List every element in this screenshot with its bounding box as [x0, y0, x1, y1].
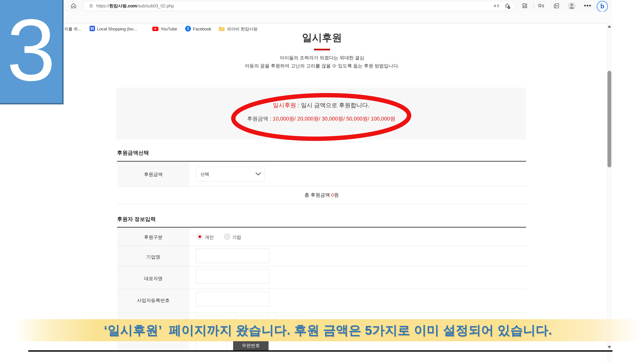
row-separator	[117, 266, 526, 266]
bookmark-item-facebook[interactable]: Facebook	[193, 24, 211, 33]
page-title: 일시후원	[274, 31, 370, 44]
collections-icon[interactable]	[553, 2, 560, 9]
slide-canvas: https://한캄사랑.com/sub/sub03_02.php A ••• …	[0, 0, 644, 362]
total-prefix: 총 후원금액	[304, 192, 331, 198]
url-text[interactable]: https://한캄사랑.com/sub/sub03_02.php	[96, 3, 174, 8]
amount-select[interactable]: 선택	[196, 167, 265, 181]
extensions-icon[interactable]	[522, 2, 528, 9]
postal-code-button[interactable]: 우편번호	[233, 341, 268, 350]
caption-text: ‘일시후원’ 페이지까지 왔습니다. 후원 금액은 5가지로 이미 설정되어 있…	[16, 319, 640, 341]
section-heading-amount: 후원금액선택	[117, 149, 149, 157]
field-label-donor-type: 후원구분	[117, 234, 190, 241]
step-number: 3	[6, 6, 56, 94]
field-label-company-name: 기업명	[117, 254, 190, 260]
home-icon[interactable]	[70, 2, 77, 9]
radio-company[interactable]	[224, 234, 230, 240]
scroll-up-icon[interactable]	[608, 25, 611, 28]
settings-more-icon[interactable]: •••	[582, 2, 593, 9]
step-number-badge: 3	[0, 0, 64, 104]
caption-banner: ‘일시후원’ 페이지까지 왔습니다. 후원 금액은 5가지로 이미 설정되어 있…	[16, 319, 640, 341]
row-separator	[117, 186, 526, 187]
total-amount-line: 총 후원금액 0원	[117, 192, 526, 198]
toolbar-divider	[533, 3, 534, 9]
youtube-icon	[152, 27, 158, 32]
url-scheme: https://	[96, 3, 109, 8]
radio-selected-dot	[198, 235, 201, 238]
radio-label-personal[interactable]: 개인	[205, 234, 214, 240]
row-separator	[117, 246, 526, 246]
screenshot-bottom-border	[28, 350, 612, 352]
representative-name-input[interactable]	[196, 269, 269, 284]
page-subtitle-2: 아동의 꿈을 후원하여 고난의 고리를 끊을 수 있도록 돕는 후원 방법입니다…	[193, 63, 451, 69]
url-host: 한캄사랑.com	[109, 3, 137, 8]
total-suffix: 원	[334, 192, 339, 198]
postal-code-input[interactable]	[196, 341, 227, 350]
field-label-representative: 대표자명	[117, 276, 190, 282]
facebook-icon: f	[185, 26, 191, 31]
local-shopping-favicon	[90, 26, 95, 32]
bookmark-item-folder[interactable]: 피아비 한캄사랑	[227, 24, 258, 33]
company-name-input[interactable]	[196, 248, 269, 263]
chevron-down-icon	[256, 172, 261, 176]
add-favorite-icon[interactable]	[504, 3, 510, 9]
table-bottom-border	[117, 204, 526, 204]
radio-label-company[interactable]: 기업	[232, 234, 241, 240]
bookmark-item-local-shopping[interactable]: Local Shopping (loc...	[97, 24, 137, 33]
field-label-business-number: 사업자등록번호	[117, 297, 190, 304]
browser-toolbar: https://한캄사랑.com/sub/sub03_02.php A ••• …	[0, 0, 612, 11]
svg-text:A: A	[494, 4, 496, 8]
total-value: 0	[331, 192, 334, 198]
folder-icon	[219, 26, 225, 32]
field-label-amount: 후원금액	[117, 171, 190, 178]
amount-select-value: 선택	[200, 171, 209, 177]
business-number-input[interactable]	[196, 292, 269, 306]
bookmark-item-truncated[interactable]: 자를 위...	[64, 24, 81, 33]
read-aloud-icon[interactable]: A	[494, 3, 499, 8]
row-separator	[117, 289, 526, 289]
bookmark-item-youtube[interactable]: YouTube	[161, 24, 177, 33]
page-subtitle-1: 아이들의 조력자가 되겠다는 위대한 결심	[193, 55, 451, 61]
title-divider	[314, 49, 330, 50]
annotation-ellipse	[228, 92, 414, 142]
lock-icon[interactable]	[89, 3, 94, 8]
scrollbar-thumb[interactable]	[608, 71, 611, 167]
favorites-icon[interactable]	[538, 3, 544, 9]
radio-personal[interactable]	[197, 234, 203, 240]
row-separator	[117, 312, 526, 313]
section-heading-donor: 후원자 정보입력	[117, 216, 156, 223]
profile-avatar[interactable]	[568, 2, 576, 9]
bing-chat-icon[interactable]: b	[597, 1, 608, 12]
url-path: /sub/sub03_02.php	[137, 3, 174, 8]
bookmarks-bar: 자를 위... Local Shopping (loc... YouTube f…	[0, 11, 612, 23]
scroll-down-icon[interactable]	[608, 346, 611, 349]
